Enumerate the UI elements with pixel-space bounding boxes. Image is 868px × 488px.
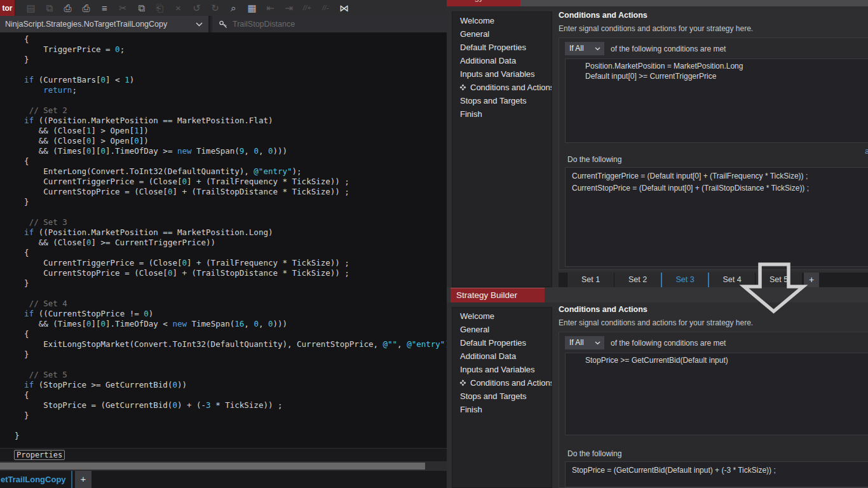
window-title-tab[interactable]: Strategy Builder bbox=[451, 288, 545, 302]
sidebar-item-label: Welcome bbox=[460, 311, 494, 321]
paste-icon[interactable]: ⎗ bbox=[151, 0, 169, 16]
code-line: } bbox=[5, 431, 447, 441]
sidebar-item-stops-and-targets[interactable]: Stops and Targets bbox=[452, 390, 552, 403]
horizontal-scrollbar[interactable] bbox=[0, 461, 447, 471]
code-line: EnterLong(Convert.ToInt32(DefaultQuantit… bbox=[5, 166, 447, 177]
editor-window-tab[interactable]: tor bbox=[0, 0, 15, 16]
type-selector-value: NinjaScript.Strategies.NoTargetTrailLong… bbox=[5, 20, 167, 29]
sidebar-item-default-properties[interactable]: Default Properties bbox=[452, 336, 552, 349]
code-line: && (Close[0] > Open[0]) bbox=[5, 136, 447, 146]
mute-compile-icon[interactable]: ⋈ bbox=[335, 0, 353, 16]
code-line: CurrentStopPrice = (Close[0] + (TrailSto… bbox=[5, 187, 447, 197]
sidebar-item-label: General bbox=[460, 325, 489, 334]
sidebar-item-label: Additional Data bbox=[460, 56, 516, 65]
undo-icon[interactable]: ↺ bbox=[187, 0, 206, 16]
document-tab[interactable]: etTrailLongCopy bbox=[0, 471, 72, 488]
sidebar-item-label: Conditions and Actions bbox=[470, 83, 552, 92]
window-titlebar: Strategy Builder bbox=[447, 287, 868, 302]
properties-button[interactable]: Properties bbox=[14, 450, 65, 460]
redo-icon[interactable]: ↻ bbox=[206, 0, 224, 16]
actions-list[interactable]: CurrentTriggerPrice = (Default input[0] … bbox=[565, 167, 868, 267]
conditions-met-label: of the following conditions are met bbox=[611, 339, 726, 348]
sidebar-item-welcome[interactable]: Welcome bbox=[452, 14, 552, 27]
save-icon[interactable]: ▤ bbox=[22, 0, 40, 16]
code-line: && (Times[0][0].TimeOfDay >= new TimeSpa… bbox=[5, 146, 447, 156]
comment-icon[interactable]: //+ bbox=[298, 0, 316, 16]
code-editor[interactable]: { TriggerPrice = 0; } if (CurrentBars[0]… bbox=[0, 32, 447, 448]
sidebar-item-general[interactable]: General bbox=[452, 323, 552, 336]
code-line: } bbox=[5, 278, 447, 288]
code-line: if ((Position.MarketPosition == MarketPo… bbox=[5, 227, 447, 238]
code-line: // Set 4 bbox=[5, 299, 447, 309]
sidebar-item-default-properties[interactable]: Default Properties bbox=[452, 41, 552, 54]
member-search-input[interactable] bbox=[233, 20, 423, 29]
condition-item[interactable]: Default input[0] >= CurrentTriggerPrice bbox=[566, 71, 868, 81]
code-line: if (CurrentBars[0] < 1) bbox=[5, 75, 447, 85]
set-tab-set-1[interactable]: Set 1 bbox=[567, 273, 614, 287]
code-line: { bbox=[5, 390, 447, 400]
set-tab-set-2[interactable]: Set 2 bbox=[614, 273, 661, 287]
conditions-list[interactable]: StopPrice >= GetCurrentBid(Default input… bbox=[565, 353, 868, 435]
clipped-add-link[interactable]: a bbox=[865, 147, 868, 156]
copy-icon[interactable]: ⧉ bbox=[132, 0, 151, 16]
add-set-button[interactable]: + bbox=[804, 273, 819, 287]
outdent-icon[interactable]: ⇤ bbox=[261, 0, 280, 16]
new-document-tab-button[interactable]: + bbox=[75, 471, 92, 488]
condition-item[interactable]: Position.MarketPosition = MarketPosition… bbox=[566, 61, 868, 71]
sidebar-item-label: Conditions and Actions bbox=[470, 378, 552, 388]
action-item[interactable]: StopPrice = (GetCurrentBid(Default input… bbox=[566, 464, 868, 477]
sidebar-item-conditions-and-actions[interactable]: Conditions and Actions bbox=[452, 376, 552, 390]
code-line: StopPrice = (GetCurrentBid(0) + (-3 * Ti… bbox=[5, 400, 447, 410]
set-tab-set-4[interactable]: Set 4 bbox=[708, 273, 755, 287]
diamond-icon bbox=[459, 81, 466, 95]
set-tab-set-3[interactable]: Set 3 bbox=[661, 273, 708, 287]
sidebar-item-additional-data[interactable]: Additional Data bbox=[452, 349, 552, 363]
sidebar-item-inputs-and-variables[interactable]: Inputs and Variables bbox=[452, 67, 552, 81]
window-title-tab[interactable]: Strategy Builder bbox=[447, 0, 520, 6]
sidebar-item-welcome[interactable]: Welcome bbox=[452, 309, 552, 323]
window-title: Strategy Builder bbox=[452, 0, 520, 2]
sidebar-item-inputs-and-variables[interactable]: Inputs and Variables bbox=[452, 363, 552, 376]
strategy-builder-window-bottom: Strategy Builder WelcomeGeneralDefault P… bbox=[447, 287, 868, 488]
print-icon[interactable]: ⎙ bbox=[58, 0, 77, 16]
set-tab-set-5[interactable]: Set 5 bbox=[755, 273, 802, 287]
sidebar-item-stops-and-targets[interactable]: Stops and Targets bbox=[452, 94, 552, 107]
sidebar-item-finish[interactable]: Finish bbox=[452, 107, 552, 121]
code-line bbox=[5, 288, 447, 299]
sidebar-item-label: Stops and Targets bbox=[460, 96, 527, 105]
type-selector-dropdown[interactable]: NinjaScript.Strategies.NoTargetTrailLong… bbox=[0, 16, 210, 32]
diamond-icon bbox=[459, 377, 466, 390]
sidebar-item-label: Inputs and Variables bbox=[460, 365, 535, 374]
scrollbar-thumb[interactable] bbox=[0, 463, 425, 470]
save-all-icon[interactable]: ⧉ bbox=[40, 0, 58, 16]
conditions-list[interactable]: Position.MarketPosition = MarketPosition… bbox=[565, 58, 868, 143]
code-line: CurrentTriggerPrice = (Close[0] + (Trail… bbox=[5, 177, 447, 187]
sidebar-item-additional-data[interactable]: Additional Data bbox=[452, 54, 552, 67]
document-tab-bar: etTrailLongCopy + bbox=[0, 471, 447, 488]
chevron-down-icon bbox=[595, 47, 600, 51]
action-item[interactable]: CurrentTriggerPrice = (Default input[0] … bbox=[566, 170, 868, 182]
actions-list[interactable]: StopPrice = (GetCurrentBid(Default input… bbox=[565, 461, 868, 487]
find-in-document-icon[interactable]: ⌕ bbox=[224, 0, 243, 16]
code-line: // Set 3 bbox=[5, 217, 447, 227]
condition-item[interactable]: StopPrice >= GetCurrentBid(Default input… bbox=[566, 355, 868, 365]
if-logic-dropdown[interactable]: If All bbox=[565, 42, 604, 55]
compile-icon[interactable]: ▦ bbox=[243, 0, 261, 16]
delete-icon[interactable]: × bbox=[169, 0, 187, 16]
if-logic-value: If All bbox=[569, 44, 584, 53]
sidebar-item-general[interactable]: General bbox=[452, 27, 552, 41]
code-line: if ((Position.MarketPosition == MarketPo… bbox=[5, 116, 447, 126]
sidebar-item-finish[interactable]: Finish bbox=[452, 403, 552, 416]
member-search-box[interactable] bbox=[212, 16, 447, 32]
document-lines-icon[interactable]: ≡ bbox=[95, 0, 114, 16]
uncomment-icon[interactable]: //- bbox=[316, 0, 335, 16]
code-line: TriggerPrice = 0; bbox=[5, 44, 447, 55]
if-logic-dropdown[interactable]: If All bbox=[565, 336, 604, 349]
cut-icon[interactable]: ✂ bbox=[114, 0, 132, 16]
sidebar-item-conditions-and-actions[interactable]: Conditions and Actions bbox=[452, 81, 552, 94]
action-item[interactable]: CurrentStopPrice = (Default input[0] + (… bbox=[566, 182, 868, 194]
print-preview-icon[interactable]: ⎙ bbox=[77, 0, 95, 16]
indent-icon[interactable]: ⇥ bbox=[280, 0, 298, 16]
sidebar-item-label: Default Properties bbox=[460, 338, 526, 348]
code-line: CurrentStopPrice = (Close[0] + (TrailSto… bbox=[5, 268, 447, 278]
